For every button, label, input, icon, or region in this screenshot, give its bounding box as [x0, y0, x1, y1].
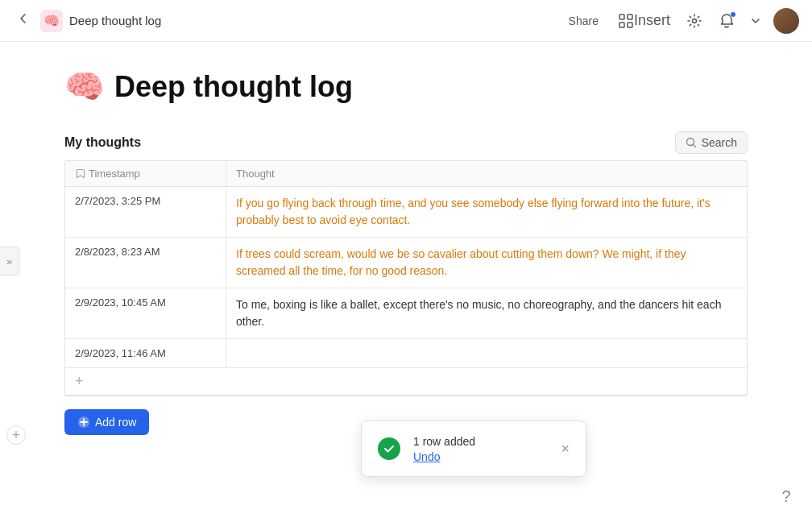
svg-rect-2: [619, 23, 624, 27]
toast-undo-link[interactable]: Undo: [413, 450, 548, 463]
bookmark-icon: [75, 168, 85, 179]
page-title: Deep thought log: [114, 70, 353, 104]
header-left: 🧠 Deep thought log: [13, 8, 161, 33]
header-right: Share Insert: [562, 8, 799, 34]
col-header-thought: Thought: [226, 161, 747, 186]
db-header: My thoughts Search: [64, 131, 748, 154]
cell-timestamp-4: 2/9/2023, 11:46 AM: [65, 339, 226, 367]
table-row: 2/9/2023, 10:45 AM To me, boxing is like…: [65, 288, 747, 339]
toast-notification: 1 row added Undo ×: [361, 420, 586, 477]
svg-rect-0: [619, 14, 624, 19]
search-icon: [686, 137, 697, 148]
page-header: 🧠 Deep thought log: [64, 68, 748, 106]
cell-thought-1: If you go flying back through time, and …: [226, 187, 747, 237]
cell-thought-4: [226, 339, 747, 367]
cell-thought-2: If trees could scream, would we be so ca…: [226, 238, 747, 288]
svg-rect-1: [628, 14, 632, 19]
page-icon: 🧠: [64, 68, 105, 106]
add-row-button[interactable]: Add row: [64, 409, 149, 435]
app-header: 🧠 Deep thought log Share Insert: [0, 0, 812, 42]
database-section: My thoughts Search Timestamp Th: [64, 131, 748, 435]
table-header: Timestamp Thought: [65, 161, 747, 187]
cell-timestamp-3: 2/9/2023, 10:45 AM: [65, 288, 226, 338]
cell-timestamp-1: 2/7/2023, 3:25 PM: [65, 187, 226, 237]
toast-success-icon: [378, 437, 400, 460]
header-page-icon: 🧠: [40, 10, 63, 32]
insert-button[interactable]: Insert: [615, 9, 673, 32]
back-button[interactable]: [13, 8, 34, 33]
cell-timestamp-2: 2/8/2023, 8:23 AM: [65, 238, 226, 288]
sidebar-add-button[interactable]: +: [6, 425, 26, 445]
svg-point-4: [693, 19, 697, 23]
table-add-line[interactable]: +: [65, 368, 747, 396]
notification-badge-dot: [730, 11, 736, 18]
data-table: Timestamp Thought 2/7/2023, 3:25 PM If y…: [64, 160, 748, 396]
table-row: 2/8/2023, 8:23 AM If trees could scream,…: [65, 238, 747, 288]
avatar[interactable]: [773, 8, 799, 34]
sidebar-toggle[interactable]: »: [0, 246, 19, 276]
search-button[interactable]: Search: [675, 131, 748, 154]
table-row: 2/7/2023, 3:25 PM If you go flying back …: [65, 187, 747, 238]
col-header-timestamp: Timestamp: [65, 161, 226, 186]
settings-button[interactable]: [683, 10, 706, 32]
toast-content: 1 row added Undo: [413, 434, 548, 463]
table-row: 2/9/2023, 11:46 AM: [65, 339, 747, 368]
header-title: Deep thought log: [69, 14, 161, 27]
share-button[interactable]: Share: [562, 11, 605, 31]
help-button[interactable]: ?: [773, 483, 799, 509]
cell-thought-3: To me, boxing is like a ballet, except t…: [226, 288, 747, 338]
dropdown-button[interactable]: [748, 13, 764, 29]
svg-rect-3: [628, 23, 632, 27]
add-row-icon: [77, 416, 90, 429]
toast-close-button[interactable]: ×: [561, 441, 570, 456]
notification-area: [715, 10, 738, 32]
toast-message: 1 row added: [413, 435, 475, 448]
db-title: My thoughts: [64, 135, 141, 150]
